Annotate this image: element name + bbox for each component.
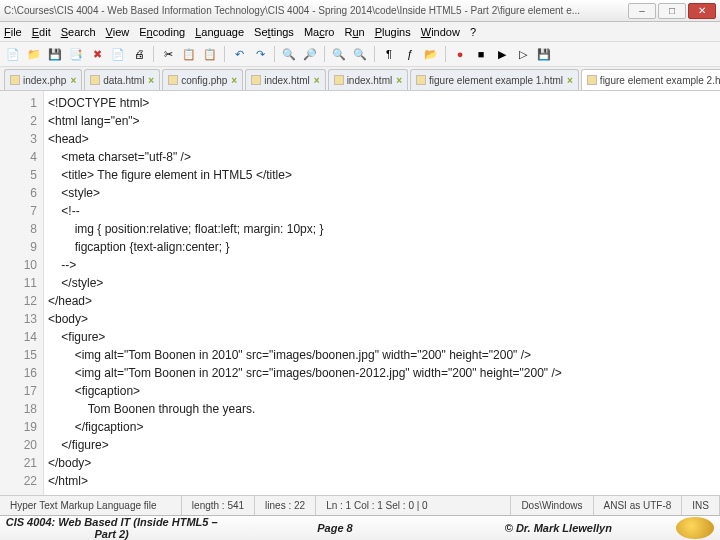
tab-label: figure element example 2.html bbox=[600, 75, 720, 86]
footer-page: Page 8 bbox=[223, 522, 446, 534]
tab-close-icon[interactable]: × bbox=[567, 75, 573, 86]
file-tab[interactable]: data.html× bbox=[84, 69, 160, 90]
tab-bar: index.php×data.html×config.php×index.htm… bbox=[0, 67, 720, 91]
toolbar-separator bbox=[153, 46, 154, 62]
menu-help[interactable]: ? bbox=[470, 26, 476, 38]
open-file-button[interactable] bbox=[25, 45, 43, 63]
file-tab[interactable]: index.html× bbox=[328, 69, 408, 90]
tab-label: index.html bbox=[347, 75, 393, 86]
status-insert-mode: INS bbox=[682, 496, 720, 515]
find-button[interactable] bbox=[280, 45, 298, 63]
toolbar-separator bbox=[374, 46, 375, 62]
redo-button[interactable] bbox=[251, 45, 269, 63]
footer-course: CIS 4004: Web Based IT (Inside HTML5 – P… bbox=[0, 516, 223, 540]
save-all-button[interactable] bbox=[67, 45, 85, 63]
file-icon bbox=[10, 75, 20, 85]
show-folder-button[interactable] bbox=[422, 45, 440, 63]
tab-label: data.html bbox=[103, 75, 144, 86]
menu-edit[interactable]: Edit bbox=[32, 26, 51, 38]
close-file-button[interactable] bbox=[88, 45, 106, 63]
copy-button[interactable] bbox=[180, 45, 198, 63]
macro-record-button[interactable] bbox=[451, 45, 469, 63]
status-lines: lines : 22 bbox=[255, 496, 316, 515]
status-cursor: Ln : 1 Col : 1 Sel : 0 | 0 bbox=[316, 496, 511, 515]
minimize-button[interactable]: – bbox=[628, 3, 656, 19]
menu-search[interactable]: Search bbox=[61, 26, 96, 38]
tab-close-icon[interactable]: × bbox=[396, 75, 402, 86]
file-icon bbox=[587, 75, 597, 85]
menu-window[interactable]: Window bbox=[421, 26, 460, 38]
file-icon bbox=[334, 75, 344, 85]
menu-plugins[interactable]: Plugins bbox=[375, 26, 411, 38]
footer-author: © Dr. Mark Llewellyn bbox=[447, 522, 670, 534]
file-icon bbox=[168, 75, 178, 85]
toolbar-separator bbox=[445, 46, 446, 62]
close-all-button[interactable] bbox=[109, 45, 127, 63]
code-editor[interactable]: <!DOCTYPE html><html lang="en"><head> <m… bbox=[44, 91, 720, 495]
function-list-button[interactable] bbox=[401, 45, 419, 63]
paste-button[interactable] bbox=[201, 45, 219, 63]
menu-encoding[interactable]: Encoding bbox=[139, 26, 185, 38]
status-language: Hyper Text Markup Language file bbox=[0, 496, 182, 515]
save-button[interactable] bbox=[46, 45, 64, 63]
tab-label: figure element example 1.html bbox=[429, 75, 563, 86]
ucf-logo bbox=[676, 517, 714, 539]
cut-button[interactable] bbox=[159, 45, 177, 63]
tab-close-icon[interactable]: × bbox=[148, 75, 154, 86]
status-encoding: ANSI as UTF-8 bbox=[594, 496, 683, 515]
print-button[interactable] bbox=[130, 45, 148, 63]
tab-label: config.php bbox=[181, 75, 227, 86]
file-tab[interactable]: index.html× bbox=[245, 69, 325, 90]
status-length: length : 541 bbox=[182, 496, 255, 515]
tab-close-icon[interactable]: × bbox=[70, 75, 76, 86]
toolbar-separator bbox=[224, 46, 225, 62]
line-number-gutter: 12345678910111213141516171819202122 bbox=[0, 91, 44, 495]
toolbar-separator bbox=[274, 46, 275, 62]
file-tab[interactable]: config.php× bbox=[162, 69, 243, 90]
macro-play-multi-button[interactable] bbox=[514, 45, 532, 63]
menu-bar: FFileile Edit Search View Encoding Langu… bbox=[0, 22, 720, 42]
menu-run[interactable]: Run bbox=[344, 26, 364, 38]
status-eol: Dos\Windows bbox=[511, 496, 593, 515]
undo-button[interactable] bbox=[230, 45, 248, 63]
tab-label: index.php bbox=[23, 75, 66, 86]
editor-area: 12345678910111213141516171819202122 <!DO… bbox=[0, 91, 720, 495]
tab-close-icon[interactable]: × bbox=[231, 75, 237, 86]
word-wrap-button[interactable] bbox=[380, 45, 398, 63]
menu-view[interactable]: View bbox=[106, 26, 130, 38]
replace-button[interactable] bbox=[301, 45, 319, 63]
menu-macro[interactable]: Macro bbox=[304, 26, 335, 38]
new-file-button[interactable] bbox=[4, 45, 22, 63]
menu-settings[interactable]: Settings bbox=[254, 26, 294, 38]
macro-save-button[interactable] bbox=[535, 45, 553, 63]
toolbar bbox=[0, 42, 720, 67]
file-icon bbox=[416, 75, 426, 85]
zoom-in-button[interactable] bbox=[330, 45, 348, 63]
maximize-button[interactable]: □ bbox=[658, 3, 686, 19]
file-tab[interactable]: index.php× bbox=[4, 69, 82, 90]
tab-label: index.html bbox=[264, 75, 310, 86]
macro-stop-button[interactable] bbox=[472, 45, 490, 63]
menu-file[interactable]: FFileile bbox=[4, 26, 22, 38]
window-title: C:\Courses\CIS 4004 - Web Based Informat… bbox=[4, 5, 626, 16]
zoom-out-button[interactable] bbox=[351, 45, 369, 63]
slide-footer: CIS 4004: Web Based IT (Inside HTML5 – P… bbox=[0, 515, 720, 540]
file-tab[interactable]: figure element example 2.html× bbox=[581, 69, 720, 90]
status-bar: Hyper Text Markup Language file length :… bbox=[0, 495, 720, 515]
menu-language[interactable]: Language bbox=[195, 26, 244, 38]
file-icon bbox=[90, 75, 100, 85]
file-tab[interactable]: figure element example 1.html× bbox=[410, 69, 579, 90]
macro-play-button[interactable] bbox=[493, 45, 511, 63]
file-icon bbox=[251, 75, 261, 85]
toolbar-separator bbox=[324, 46, 325, 62]
tab-close-icon[interactable]: × bbox=[314, 75, 320, 86]
close-button[interactable]: ✕ bbox=[688, 3, 716, 19]
title-bar: C:\Courses\CIS 4004 - Web Based Informat… bbox=[0, 0, 720, 22]
